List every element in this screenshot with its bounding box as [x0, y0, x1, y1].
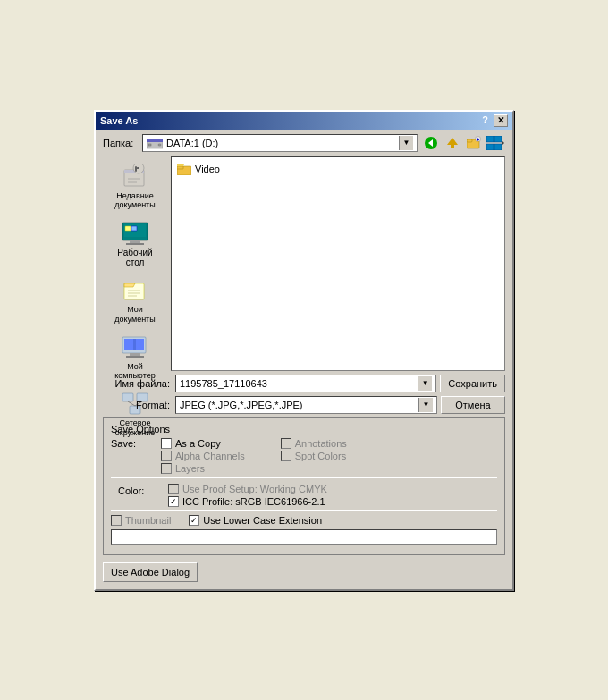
layers-row: Layers: [161, 463, 245, 474]
proof-setup-checkbox[interactable]: [168, 484, 179, 494]
bottom-form: Имя файла: 1195785_17110643 ▼ Сохранить …: [96, 371, 512, 589]
sidebar-item-mydocs[interactable]: Моидокументы: [105, 274, 165, 329]
svg-rect-15: [494, 136, 502, 142]
toolbar-icons: [421, 133, 505, 153]
filename-value: 1195785_17110643: [180, 378, 267, 389]
file-list[interactable]: Video: [171, 156, 505, 371]
filename-combo-arrow[interactable]: ▼: [418, 376, 432, 391]
thumbnail-label: Thumbnail: [125, 515, 171, 526]
alpha-channels-checkbox[interactable]: [161, 451, 172, 461]
adobe-dialog-button[interactable]: Use Adobe Dialog: [103, 562, 198, 582]
format-combo[interactable]: JPEG (*.JPG,*.JPEG,*.JPE) ▼: [175, 396, 437, 414]
title-bar: Save As ? ✕: [96, 112, 512, 130]
desktop-label: Рабочий стол: [107, 248, 163, 267]
filename-combo[interactable]: 1195785_17110643 ▼: [175, 375, 436, 392]
sidebar-item-recent[interactable]: Недавниедокументы: [105, 160, 165, 215]
window-title: Save As: [100, 115, 138, 126]
format-combo-arrow[interactable]: ▼: [418, 398, 433, 412]
svg-rect-41: [133, 339, 136, 350]
svg-rect-1: [147, 139, 163, 142]
spot-colors-checkbox[interactable]: [281, 451, 291, 461]
folder-combo-arrow[interactable]: ▼: [399, 136, 413, 150]
save-options-box: Save Options Save: As a Copy Annotations: [103, 417, 505, 555]
svg-rect-10: [467, 139, 472, 142]
alpha-channels-label: Alpha Channels: [175, 451, 245, 461]
svg-rect-8: [451, 145, 454, 148]
folder-combo[interactable]: DATA:1 (D:) ▼: [142, 134, 418, 152]
icc-profile-row: ICC Profile: sRGB IEC61966-2.1: [168, 496, 327, 507]
desktop-icon: [121, 221, 149, 246]
svg-marker-49: [177, 164, 184, 166]
icc-profile-checkbox[interactable]: [168, 496, 179, 507]
back-button[interactable]: [421, 133, 441, 153]
folder-icon: [177, 163, 191, 175]
thumbnail-checkbox[interactable]: [111, 515, 122, 526]
recent-label: Недавниедокументы: [114, 191, 155, 211]
proof-setup-label: Use Proof Setup: Working CMYK: [182, 484, 327, 494]
layers-label: Layers: [175, 463, 205, 474]
close-button[interactable]: ✕: [494, 114, 508, 127]
svg-rect-31: [131, 226, 137, 231]
as-copy-label: As a Copy: [175, 438, 221, 449]
layers-checkbox[interactable]: [161, 463, 172, 474]
create-folder-button[interactable]: [464, 133, 484, 153]
sidebar-item-network[interactable]: Сетевоеокружение: [105, 387, 165, 443]
drive-icon: [147, 137, 163, 149]
save-button[interactable]: Сохранить: [440, 375, 505, 392]
my-docs-icon: [121, 278, 149, 303]
thumbnail-row: Thumbnail: [111, 515, 171, 526]
svg-rect-22: [135, 166, 137, 172]
save-sub-label: Save:: [111, 438, 156, 449]
my-computer-icon: [121, 335, 149, 360]
spot-colors-label: Spot Colors: [295, 451, 346, 461]
svg-rect-29: [126, 243, 144, 245]
svg-marker-7: [447, 138, 458, 145]
svg-marker-33: [124, 283, 135, 287]
color-section: Color: Use Proof Setup: Working CMYK ICC…: [118, 484, 497, 507]
recent-icon: [121, 164, 149, 190]
save-options-title: Save Options: [111, 424, 497, 434]
svg-rect-3: [158, 144, 161, 146]
spot-colors-row: Spot Colors: [281, 451, 365, 461]
icc-profile-label: ICC Profile: sRGB IEC61966-2.1: [182, 496, 325, 507]
up-button[interactable]: [443, 133, 462, 153]
file-item-video[interactable]: Video: [175, 161, 501, 177]
views-icon: [486, 136, 504, 150]
lowercase-checkbox[interactable]: [189, 515, 199, 526]
annotations-row: Annotations: [281, 438, 365, 449]
help-button[interactable]: ?: [482, 114, 488, 127]
format-value: JPEG (*.JPG,*.JPEG,*.JPE): [180, 400, 303, 410]
back-icon: [424, 136, 438, 150]
save-row: Save: As a Copy Annotations Alpha Channe…: [111, 438, 497, 474]
folder-combo-text: DATA:1 (D:): [147, 137, 218, 149]
format-label: Format:: [103, 400, 170, 410]
format-input-wrapper: JPEG (*.JPG,*.JPEG,*.JPE) ▼ Отмена: [175, 396, 505, 414]
svg-marker-18: [502, 141, 504, 145]
main-file-area: Недавниедокументы Рабочий стол: [103, 156, 505, 371]
separator-1: [111, 477, 497, 478]
color-checkboxes: Use Proof Setup: Working CMYK ICC Profil…: [168, 484, 327, 507]
proof-setup-row: Use Proof Setup: Working CMYK: [168, 484, 327, 494]
lowercase-label: Use Lower Case Extension: [203, 515, 322, 526]
filename-input-wrapper: 1195785_17110643 ▼ Сохранить: [175, 375, 505, 392]
sidebar-item-desktop[interactable]: Рабочий стол: [105, 216, 165, 272]
as-copy-checkbox[interactable]: [161, 438, 172, 449]
svg-rect-14: [486, 136, 494, 142]
separator-2: [111, 510, 497, 511]
color-label: Color:: [118, 484, 163, 496]
views-button[interactable]: [486, 133, 505, 153]
cancel-button[interactable]: Отмена: [441, 396, 505, 414]
up-icon: [445, 136, 460, 150]
current-folder-text: DATA:1 (D:): [166, 138, 218, 148]
footer-options: Thumbnail Use Lower Case Extension: [111, 515, 497, 526]
svg-rect-16: [486, 144, 494, 150]
annotations-checkbox[interactable]: [281, 438, 291, 449]
progress-bar: [111, 529, 497, 545]
create-folder-icon: [467, 136, 481, 150]
svg-rect-17: [494, 144, 502, 150]
svg-rect-28: [130, 240, 140, 243]
svg-rect-39: [130, 353, 140, 356]
mydocs-label: Моидокументы: [114, 305, 155, 325]
annotations-label: Annotations: [295, 438, 347, 449]
as-copy-row: As a Copy: [161, 438, 245, 449]
